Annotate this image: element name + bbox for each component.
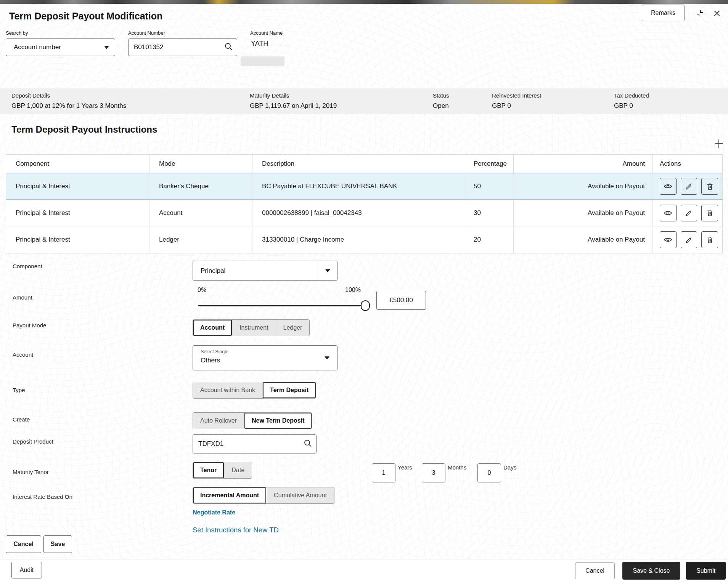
amount-slider-track[interactable] xyxy=(198,305,369,306)
summary-label: Maturity Details xyxy=(250,92,289,99)
account-number-label: Account Number xyxy=(128,30,165,36)
type-option-term-deposit[interactable]: Term Deposit xyxy=(263,382,316,398)
account-number-input[interactable] xyxy=(128,38,237,56)
tenor-option-tenor[interactable]: Tenor xyxy=(193,462,224,478)
header-component: Component xyxy=(6,155,149,173)
deposit-summary-bar: Deposit Details GBP 1,000 at 12% for 1 Y… xyxy=(0,88,728,114)
pencil-icon xyxy=(685,183,693,190)
summary-value: GBP 1,119.67 on April 1, 2019 xyxy=(250,102,337,110)
tenor-years-field-wrap xyxy=(372,463,395,482)
account-combo[interactable]: Select Single Others xyxy=(193,345,337,370)
component-label: Component xyxy=(13,263,42,269)
cell-amount: Available on Payout xyxy=(513,173,652,199)
maturity-tenor-label: Maturity Tenor xyxy=(13,469,49,475)
add-instruction-button[interactable] xyxy=(712,136,726,151)
cell-mode: Banker's Cheque xyxy=(149,173,252,199)
component-dropdown[interactable]: Principal xyxy=(193,261,337,281)
chevron-down-icon xyxy=(318,269,337,272)
chevron-down-icon xyxy=(98,46,115,49)
summary-value: GBP 0 xyxy=(614,102,633,110)
account-number-field-wrap xyxy=(128,38,237,56)
cell-component: Principal & Interest xyxy=(6,226,149,253)
plus-icon xyxy=(713,138,725,149)
table-header-row: Component Mode Description Percentage Am… xyxy=(6,155,722,173)
footer-cancel-button[interactable]: Cancel xyxy=(575,562,615,579)
audit-button[interactable]: Audit xyxy=(11,562,42,578)
payout-mode-option-ledger[interactable]: Ledger xyxy=(276,320,310,336)
account-name-placeholder-bar xyxy=(241,56,284,66)
edit-button[interactable] xyxy=(681,178,697,195)
cell-description: 313300010 | Charge Income xyxy=(252,226,464,253)
form-cancel-button[interactable]: Cancel xyxy=(6,535,41,553)
deposit-product-input[interactable] xyxy=(193,434,317,453)
close-x-icon xyxy=(713,9,721,18)
account-selected-value: Others xyxy=(201,357,220,364)
view-button[interactable] xyxy=(660,231,677,248)
payout-mode-option-instrument[interactable]: Instrument xyxy=(232,320,276,336)
submit-button[interactable]: Submit xyxy=(686,562,726,580)
header-actions: Actions xyxy=(652,155,722,173)
create-label: Create xyxy=(13,416,30,423)
cell-mode: Account xyxy=(149,200,252,226)
header-amount: Amount xyxy=(513,155,652,173)
search-by-dropdown[interactable]: Account number xyxy=(6,38,115,56)
amount-slider-handle[interactable] xyxy=(361,300,370,311)
restore-window-icon[interactable] xyxy=(693,7,706,20)
footer-bar xyxy=(0,559,728,580)
tenor-years-input[interactable] xyxy=(372,463,395,482)
interest-rate-option-cumulative[interactable]: Cumulative Amount xyxy=(267,487,334,503)
delete-button[interactable] xyxy=(701,178,718,195)
account-name-label: Account Name xyxy=(250,30,283,36)
search-by-value: Account number xyxy=(6,43,98,51)
search-by-label: Search by xyxy=(6,30,28,36)
tenor-option-date[interactable]: Date xyxy=(224,462,252,478)
cell-description: BC Payable at FLEXCUBE UNIVERSAL BANK xyxy=(252,173,464,199)
cell-amount: Available on Payout xyxy=(513,226,652,253)
tenor-months-input[interactable] xyxy=(422,463,445,482)
trash-icon xyxy=(707,236,713,244)
component-value: Principal xyxy=(193,267,318,275)
edit-button[interactable] xyxy=(681,231,697,248)
header-description: Description xyxy=(252,155,464,173)
eye-icon xyxy=(664,237,672,243)
create-option-new-term-deposit[interactable]: New Term Deposit xyxy=(244,413,312,429)
negotiate-rate-link[interactable]: Negotiate Rate xyxy=(193,509,235,516)
account-name-value: YATH xyxy=(251,40,268,48)
table-row[interactable]: Principal & Interest Account 00000026388… xyxy=(6,200,722,226)
tenor-months-field-wrap xyxy=(422,463,445,482)
restore-icon xyxy=(695,9,704,18)
summary-label: Status xyxy=(433,92,449,99)
view-button[interactable] xyxy=(660,178,677,195)
view-button[interactable] xyxy=(660,205,677,221)
amount-value-box[interactable]: £500.00 xyxy=(376,291,426,310)
create-option-auto-rollover[interactable]: Auto Rollover xyxy=(193,413,244,429)
trash-icon xyxy=(707,209,713,216)
remarks-button[interactable]: Remarks xyxy=(642,5,685,21)
interest-rate-option-incremental[interactable]: Incremental Amount xyxy=(193,487,267,503)
search-icon[interactable] xyxy=(304,439,312,449)
cell-percentage: 30 xyxy=(464,200,513,226)
header-mode: Mode xyxy=(149,155,252,173)
table-row[interactable]: Principal & Interest Ledger 313300010 | … xyxy=(6,226,722,253)
close-icon[interactable] xyxy=(710,7,724,20)
table-row[interactable]: Principal & Interest Banker's Cheque BC … xyxy=(6,173,722,200)
delete-button[interactable] xyxy=(701,205,718,221)
account-label: Account xyxy=(13,351,33,358)
tenor-years-label: Years xyxy=(398,464,412,471)
tenor-months-label: Months xyxy=(448,464,466,471)
summary-label: Tax Deducted xyxy=(614,92,649,99)
set-instructions-link[interactable]: Set Instructions for New TD xyxy=(193,526,279,534)
cell-percentage: 20 xyxy=(464,226,513,253)
form-save-button[interactable]: Save xyxy=(43,535,72,553)
edit-button[interactable] xyxy=(681,205,697,221)
tenor-days-input[interactable] xyxy=(477,463,501,482)
summary-value: Open xyxy=(433,102,449,110)
summary-label: Deposit Details xyxy=(11,92,50,99)
save-and-close-button[interactable]: Save & Close xyxy=(622,562,680,580)
pencil-icon xyxy=(685,209,693,216)
type-option-account-within-bank[interactable]: Account within Bank xyxy=(193,382,263,398)
search-icon[interactable] xyxy=(224,42,233,52)
delete-button[interactable] xyxy=(701,231,718,248)
payout-mode-option-account[interactable]: Account xyxy=(193,320,232,336)
desktop-background-strip xyxy=(0,0,728,4)
